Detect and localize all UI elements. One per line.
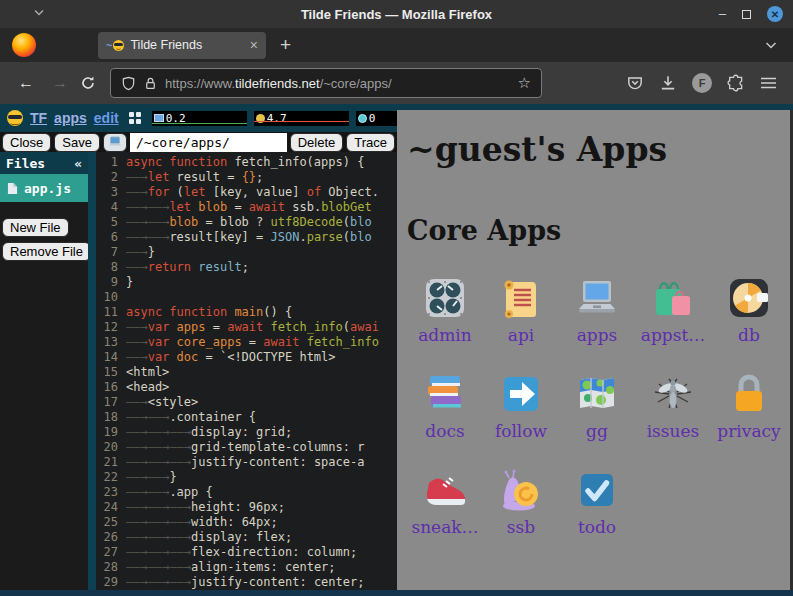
code-line[interactable]: 12——→var apps = await fetch_info(awai [96,320,397,335]
reload-icon[interactable] [80,75,96,91]
code-line[interactable]: 7——→} [96,245,397,260]
app-follow[interactable]: follow [483,370,559,444]
app-label: api [508,325,534,345]
code-editor[interactable]: 1async function fetch_info(apps) {2——→le… [96,152,397,590]
code-line[interactable]: 19——→——→——→display: grid; [96,425,397,440]
pocket-icon[interactable] [626,74,644,92]
app-sneaker[interactable]: sneak… [407,466,483,540]
running-shoe-icon [421,466,469,514]
app-label: todo [578,517,616,537]
lock-icon[interactable] [143,76,158,91]
window-titlebar: Tilde Friends — Mozilla Firefox – ✕ [0,0,793,28]
code-line[interactable]: 2——→let result = {}; [96,170,397,185]
tab-tilde-friends[interactable]: ~ Tilde Friends × [98,32,266,59]
code-line[interactable]: 24——→——→——→height: 96px; [96,500,397,515]
collapse-sidebar-icon[interactable]: « [74,156,82,171]
cpu-gauge: 0.2 [152,111,247,126]
code-line[interactable]: 5——→——→blob = blob ? utf8Decode(blo [96,215,397,230]
app-issues[interactable]: issues [635,370,711,444]
close-window-button[interactable]: ✕ [767,6,783,22]
trace-button[interactable]: Trace [346,133,395,152]
code-line[interactable]: 9} [96,275,397,290]
remove-file-button[interactable]: Remove File [2,242,91,261]
account-badge-icon[interactable]: F [692,73,712,93]
close-button[interactable]: Close [2,133,51,152]
firefox-icon[interactable] [12,33,36,57]
code-line[interactable]: 8——→return result; [96,260,397,275]
code-line[interactable]: 17——→<style> [96,395,397,410]
page-title: ~guest's Apps [407,130,793,169]
app-apps[interactable]: apps [559,274,635,348]
save-button[interactable]: Save [54,133,100,152]
edit-link[interactable]: edit [94,110,119,126]
extensions-puzzle-icon[interactable] [727,74,745,92]
code-line[interactable]: 16<head> [96,380,397,395]
new-file-button[interactable]: New File [2,218,69,237]
shield-permissions-icon[interactable] [121,76,136,91]
cool-face-icon [7,110,23,126]
code-line[interactable]: 18——→——→.container { [96,410,397,425]
code-line[interactable]: 11async function main() { [96,305,397,320]
path-input[interactable] [130,133,287,152]
code-line[interactable]: 29——→——→——→justify-content: center; [96,575,397,590]
code-line[interactable]: 1async function fetch_info(apps) { [96,155,397,170]
tf-home-link[interactable]: TF [30,110,47,126]
code-line[interactable]: 13——→var core_apps = await fetch_info [96,335,397,350]
list-all-tabs-chevron-icon[interactable] [765,41,777,49]
app-api[interactable]: api [483,274,559,348]
code-line[interactable]: 15<html> [96,365,397,380]
app-ssb[interactable]: ssb [483,466,559,540]
code-line[interactable]: 20——→——→——→grid-template-columns: r [96,440,397,455]
scroll-icon [497,274,545,322]
new-tab-button[interactable]: + [280,34,291,56]
sidebar-splitter[interactable] [88,152,96,590]
world-map-icon [573,370,621,418]
app-docs[interactable]: docs [407,370,483,444]
delete-button[interactable]: Delete [290,133,344,152]
code-line[interactable]: 28——→——→——→align-items: center; [96,560,397,575]
forward-button[interactable]: → [46,74,74,92]
code-line[interactable]: 26——→——→——→display: flex; [96,530,397,545]
run-app-button[interactable] [103,133,127,152]
app-label: sneak… [411,517,478,537]
back-button[interactable]: ← [12,74,40,92]
code-line[interactable]: 4——→——→let blob = await ssb.blobGet [96,200,397,215]
code-line[interactable]: 3——→for (let [key, value] of Object. [96,185,397,200]
titlebar-menu-chevron-icon[interactable] [34,9,44,16]
minimize-button[interactable]: – [719,10,726,18]
network-icon [358,114,367,123]
code-line[interactable]: 25——→——→——→width: 64px; [96,515,397,530]
apps-link[interactable]: apps [54,110,87,126]
app-appstore[interactable]: appst… [635,274,711,348]
code-line[interactable]: 10 [96,290,397,305]
app-gg[interactable]: gg [559,370,635,444]
app-privacy[interactable]: privacy [711,370,787,444]
apps-grid-icon[interactable] [129,112,142,125]
downloads-icon[interactable] [659,74,677,92]
code-line[interactable]: 27——→——→——→flex-direction: column; [96,545,397,560]
bookmark-star-icon[interactable]: ☆ [518,74,531,92]
tab-bar: ~ Tilde Friends × + [0,28,793,62]
app-admin[interactable]: admin [407,274,483,348]
code-line[interactable]: 6——→——→result[key] = JSON.parse(blo [96,230,397,245]
url-bar[interactable]: https://www.tildefriends.net/~core/apps/… [110,68,542,98]
laptop-icon [573,274,621,322]
app-label: privacy [717,421,780,441]
tab-close-icon[interactable]: × [250,37,258,53]
app-todo[interactable]: todo [559,466,635,540]
app-grid: admin api apps appst… db docs [407,274,793,540]
code-line[interactable]: 14——→var doc = `<!DOCTYPE html> [96,350,397,365]
app-label: db [738,325,760,345]
page-bottom-bar [0,590,793,596]
section-title: Core Apps [407,215,793,246]
checkbox-icon [573,466,621,514]
menu-hamburger-icon[interactable] [760,76,777,90]
code-line[interactable]: 23——→——→.app { [96,485,397,500]
code-line[interactable]: 21——→——→——→justify-content: space-a [96,455,397,470]
code-line[interactable]: 22——→——→} [96,470,397,485]
code-lines: 1async function fetch_info(apps) {2——→le… [96,155,397,590]
file-item-appjs[interactable]: app.js [0,174,88,202]
url-text: https://www.tildefriends.net/~core/apps/ [165,76,511,91]
restore-button[interactable] [742,10,751,19]
app-db[interactable]: db [711,274,787,348]
